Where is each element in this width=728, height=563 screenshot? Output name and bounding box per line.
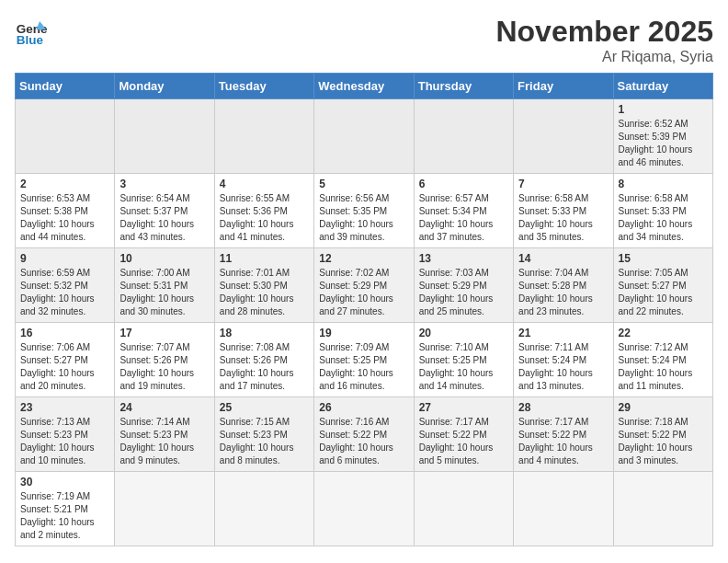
calendar-cell: 8Sunrise: 6:58 AM Sunset: 5:33 PM Daylig… (613, 174, 712, 248)
calendar-cell (613, 472, 712, 546)
day-info: Sunrise: 7:01 AM Sunset: 5:30 PM Dayligh… (220, 267, 309, 318)
title-section: November 2025 Ar Riqama, Syria (495, 15, 713, 65)
calendar-cell: 29Sunrise: 7:18 AM Sunset: 5:22 PM Dayli… (613, 397, 712, 472)
day-number: 30 (20, 476, 109, 488)
calendar-cell: 9Sunrise: 6:59 AM Sunset: 5:32 PM Daylig… (16, 248, 115, 323)
day-info: Sunrise: 7:12 AM Sunset: 5:24 PM Dayligh… (619, 341, 708, 393)
day-number: 29 (619, 401, 708, 414)
calendar-cell: 15Sunrise: 7:05 AM Sunset: 5:27 PM Dayli… (613, 248, 712, 323)
calendar-cell: 24Sunrise: 7:14 AM Sunset: 5:23 PM Dayli… (115, 397, 214, 472)
day-number: 16 (20, 327, 109, 339)
day-info: Sunrise: 7:13 AM Sunset: 5:23 PM Dayligh… (20, 416, 109, 467)
day-info: Sunrise: 7:10 AM Sunset: 5:25 PM Dayligh… (419, 341, 508, 393)
day-info: Sunrise: 6:57 AM Sunset: 5:34 PM Dayligh… (419, 192, 508, 244)
weekday-header-row: SundayMondayTuesdayWednesdayThursdayFrid… (16, 74, 713, 99)
calendar-cell: 5Sunrise: 6:56 AM Sunset: 5:35 PM Daylig… (314, 174, 414, 248)
day-number: 4 (220, 178, 309, 190)
day-number: 24 (119, 401, 209, 414)
day-number: 9 (20, 252, 109, 265)
calendar-cell (115, 472, 214, 546)
calendar-cell: 1Sunrise: 6:52 AM Sunset: 5:39 PM Daylig… (613, 99, 712, 174)
day-info: Sunrise: 6:52 AM Sunset: 5:39 PM Dayligh… (619, 118, 708, 169)
calendar-cell: 23Sunrise: 7:13 AM Sunset: 5:23 PM Dayli… (16, 397, 115, 472)
weekday-header-thursday: Thursday (414, 74, 513, 99)
day-info: Sunrise: 7:14 AM Sunset: 5:23 PM Dayligh… (119, 416, 209, 467)
day-info: Sunrise: 7:15 AM Sunset: 5:23 PM Dayligh… (220, 416, 309, 467)
calendar-cell: 17Sunrise: 7:07 AM Sunset: 5:26 PM Dayli… (115, 323, 214, 397)
week-row-4: 16Sunrise: 7:06 AM Sunset: 5:27 PM Dayli… (16, 323, 713, 397)
day-info: Sunrise: 7:03 AM Sunset: 5:29 PM Dayligh… (419, 267, 508, 318)
calendar-cell: 19Sunrise: 7:09 AM Sunset: 5:25 PM Dayli… (314, 323, 414, 397)
calendar-cell: 6Sunrise: 6:57 AM Sunset: 5:34 PM Daylig… (414, 174, 513, 248)
calendar-cell: 21Sunrise: 7:11 AM Sunset: 5:24 PM Dayli… (514, 323, 613, 397)
calendar-cell (115, 99, 214, 174)
calendar-cell: 13Sunrise: 7:03 AM Sunset: 5:29 PM Dayli… (414, 248, 513, 323)
calendar-cell: 10Sunrise: 7:00 AM Sunset: 5:31 PM Dayli… (115, 248, 214, 323)
weekday-header-sunday: Sunday (16, 74, 115, 99)
calendar-title: November 2025 (495, 15, 713, 49)
calendar-cell: 26Sunrise: 7:16 AM Sunset: 5:22 PM Dayli… (314, 397, 414, 472)
calendar-cell: 3Sunrise: 6:54 AM Sunset: 5:37 PM Daylig… (115, 174, 214, 248)
weekday-header-saturday: Saturday (613, 74, 712, 99)
calendar-table: SundayMondayTuesdayWednesdayThursdayFrid… (15, 73, 713, 546)
day-info: Sunrise: 6:59 AM Sunset: 5:32 PM Dayligh… (20, 267, 109, 318)
day-info: Sunrise: 6:58 AM Sunset: 5:33 PM Dayligh… (518, 192, 608, 244)
calendar-cell: 16Sunrise: 7:06 AM Sunset: 5:27 PM Dayli… (16, 323, 115, 397)
day-number: 10 (119, 252, 209, 265)
logo: General Blue (15, 15, 48, 48)
day-info: Sunrise: 7:04 AM Sunset: 5:28 PM Dayligh… (518, 267, 608, 318)
day-number: 5 (319, 178, 408, 190)
day-number: 23 (20, 401, 109, 414)
logo-icon: General Blue (15, 15, 48, 48)
weekday-header-tuesday: Tuesday (214, 74, 313, 99)
day-number: 19 (319, 327, 408, 339)
day-info: Sunrise: 7:18 AM Sunset: 5:22 PM Dayligh… (619, 416, 708, 467)
calendar-cell (214, 472, 313, 546)
calendar-cell: 7Sunrise: 6:58 AM Sunset: 5:33 PM Daylig… (514, 174, 613, 248)
calendar-cell (314, 472, 414, 546)
day-info: Sunrise: 6:54 AM Sunset: 5:37 PM Dayligh… (119, 192, 209, 244)
calendar-subtitle: Ar Riqama, Syria (495, 49, 713, 65)
day-info: Sunrise: 6:56 AM Sunset: 5:35 PM Dayligh… (319, 192, 408, 244)
day-number: 17 (119, 327, 209, 339)
day-info: Sunrise: 7:05 AM Sunset: 5:27 PM Dayligh… (619, 267, 708, 318)
calendar-cell (414, 472, 513, 546)
calendar-cell: 2Sunrise: 6:53 AM Sunset: 5:38 PM Daylig… (16, 174, 115, 248)
day-number: 2 (20, 178, 109, 190)
day-info: Sunrise: 7:17 AM Sunset: 5:22 PM Dayligh… (419, 416, 508, 467)
weekday-header-monday: Monday (115, 74, 214, 99)
day-info: Sunrise: 7:02 AM Sunset: 5:29 PM Dayligh… (319, 267, 408, 318)
day-number: 28 (518, 401, 608, 414)
week-row-2: 2Sunrise: 6:53 AM Sunset: 5:38 PM Daylig… (16, 174, 713, 248)
calendar-cell: 11Sunrise: 7:01 AM Sunset: 5:30 PM Dayli… (214, 248, 313, 323)
calendar-cell (514, 99, 613, 174)
day-number: 25 (220, 401, 309, 414)
day-info: Sunrise: 7:19 AM Sunset: 5:21 PM Dayligh… (20, 490, 109, 542)
day-info: Sunrise: 6:55 AM Sunset: 5:36 PM Dayligh… (220, 192, 309, 244)
header: General Blue November 2025 Ar Riqama, Sy… (15, 15, 713, 65)
calendar-cell: 14Sunrise: 7:04 AM Sunset: 5:28 PM Dayli… (514, 248, 613, 323)
day-number: 11 (220, 252, 309, 265)
calendar-cell: 20Sunrise: 7:10 AM Sunset: 5:25 PM Dayli… (414, 323, 513, 397)
calendar-cell: 12Sunrise: 7:02 AM Sunset: 5:29 PM Dayli… (314, 248, 414, 323)
day-info: Sunrise: 7:17 AM Sunset: 5:22 PM Dayligh… (518, 416, 608, 467)
day-number: 3 (119, 178, 209, 190)
day-number: 1 (619, 103, 708, 116)
calendar-cell (214, 99, 313, 174)
day-number: 8 (619, 178, 708, 190)
calendar-cell: 30Sunrise: 7:19 AM Sunset: 5:21 PM Dayli… (16, 472, 115, 546)
day-info: Sunrise: 7:09 AM Sunset: 5:25 PM Dayligh… (319, 341, 408, 393)
calendar-cell (314, 99, 414, 174)
calendar-cell: 27Sunrise: 7:17 AM Sunset: 5:22 PM Dayli… (414, 397, 513, 472)
day-number: 21 (518, 327, 608, 339)
day-number: 22 (619, 327, 708, 339)
calendar-cell: 28Sunrise: 7:17 AM Sunset: 5:22 PM Dayli… (514, 397, 613, 472)
week-row-1: 1Sunrise: 6:52 AM Sunset: 5:39 PM Daylig… (16, 99, 713, 174)
weekday-header-wednesday: Wednesday (314, 74, 414, 99)
day-info: Sunrise: 7:06 AM Sunset: 5:27 PM Dayligh… (20, 341, 109, 393)
day-info: Sunrise: 6:58 AM Sunset: 5:33 PM Dayligh… (619, 192, 708, 244)
calendar-cell: 18Sunrise: 7:08 AM Sunset: 5:26 PM Dayli… (214, 323, 313, 397)
day-number: 12 (319, 252, 408, 265)
day-number: 20 (419, 327, 508, 339)
day-info: Sunrise: 7:00 AM Sunset: 5:31 PM Dayligh… (119, 267, 209, 318)
